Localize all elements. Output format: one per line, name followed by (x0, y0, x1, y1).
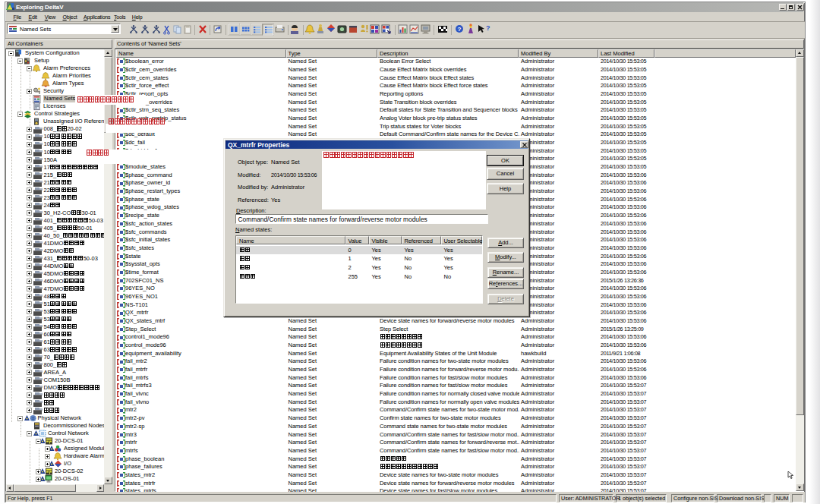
svg-text:?: ? (458, 26, 462, 33)
svg-text:?: ? (486, 24, 490, 32)
